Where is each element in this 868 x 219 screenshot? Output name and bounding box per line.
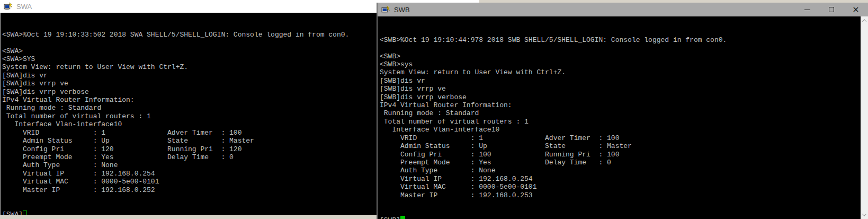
maximize-button[interactable] bbox=[819, 3, 844, 16]
swb-terminal-screen[interactable]: <SWB>%Oct 19 19:10:44:978 2018 SWB SHELL… bbox=[378, 16, 861, 219]
scroll-down-button[interactable] bbox=[861, 211, 868, 219]
close-icon: × bbox=[852, 5, 859, 14]
chevron-down-icon bbox=[862, 212, 866, 216]
close-button[interactable]: × bbox=[844, 3, 868, 16]
window-controls: × bbox=[795, 3, 868, 16]
minimize-button[interactable] bbox=[795, 3, 819, 16]
desktop: SWA <SWA>%Oct 19 19:10:33:502 2018 SWA S… bbox=[0, 0, 868, 219]
maximize-icon bbox=[829, 7, 834, 12]
scrollbar[interactable] bbox=[861, 16, 868, 219]
swb-titlebar[interactable]: SWB × bbox=[378, 3, 868, 16]
swb-text-cursor bbox=[400, 216, 405, 219]
scroll-up-button[interactable] bbox=[861, 16, 868, 25]
minimize-icon bbox=[804, 10, 810, 10]
swa-text-cursor bbox=[23, 211, 27, 215]
swb-terminal-output: <SWB>%Oct 19 19:10:44:978 2018 SWB SHELL… bbox=[380, 36, 861, 199]
chevron-up-icon bbox=[862, 19, 866, 23]
swa-window-title: SWA bbox=[16, 3, 32, 11]
swb-prompt-line: [SWB] bbox=[380, 216, 861, 219]
swb-prompt: [SWB] bbox=[380, 216, 400, 219]
swb-window-title: SWB bbox=[394, 6, 410, 14]
putty-icon[interactable] bbox=[4, 2, 13, 11]
swb-terminal-window: SWB × <SWB>%Oct 19 19:10:44:978 2018 SWB… bbox=[377, 3, 868, 219]
putty-icon[interactable] bbox=[381, 5, 390, 14]
swa-prompt: [SWA] bbox=[2, 211, 23, 215]
